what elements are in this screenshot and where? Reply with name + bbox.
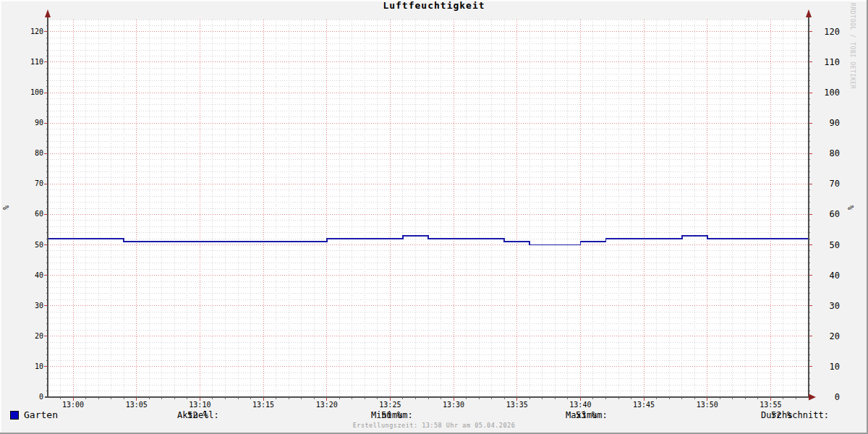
y-tick-label-left: 0 [7, 393, 43, 401]
y-tick-label-right: 90 [811, 118, 840, 128]
y-tick-label-left: 70 [7, 179, 43, 188]
rrdtool-watermark: RRDTOOL / TOBI OETIKER [849, 3, 856, 89]
stat-value: 52 % [771, 410, 792, 420]
x-tick-label: 13:45 [628, 401, 660, 409]
x-tick-label: 13:50 [692, 401, 723, 409]
creation-timestamp: Erstellungszeit: 13:58 Uhr am 05.04.2026 [0, 422, 868, 429]
y-tick-label-left: 30 [7, 302, 43, 310]
x-tick-label: 13:35 [501, 401, 533, 409]
y-tick-label-right: 120 [811, 27, 840, 37]
stat-value: 53 % [576, 410, 597, 420]
y-tick-label-right: 110 [811, 57, 840, 67]
x-tick-label: 13:00 [57, 401, 89, 409]
y-tick-label-left: 90 [7, 119, 43, 127]
stat-value: 50 % [381, 410, 402, 420]
y-tick-label-left: 40 [7, 271, 43, 280]
y-tick-label-left: 110 [7, 58, 43, 67]
y-tick-label-right: 0 [811, 392, 840, 402]
y-tick-label-right: 30 [811, 301, 840, 311]
y-tick-label-left: 100 [7, 88, 43, 97]
y-tick-label-left: 80 [7, 149, 43, 158]
y-tick-label-right: 10 [811, 362, 840, 372]
rrdtool-graph: Luftfeuchtigkeit % % 0102030405060708090… [0, 0, 868, 434]
y-tick-label-left: 120 [7, 27, 43, 36]
y-tick-label-left: 10 [7, 362, 43, 371]
x-tick-label: 13:15 [247, 401, 279, 409]
x-tick-label: 13:30 [438, 401, 469, 409]
y-tick-label-right: 20 [811, 331, 840, 341]
y-tick-label-right: 50 [811, 240, 840, 250]
y-tick-label-left: 20 [7, 332, 43, 341]
x-tick-label: 13:10 [184, 401, 216, 409]
legend-swatch [10, 411, 19, 420]
y-tick-label-right: 60 [811, 209, 840, 219]
y-tick-label-right: 70 [811, 179, 840, 189]
y-tick-label-right: 80 [811, 148, 840, 158]
y-tick-label-right: 100 [811, 88, 840, 98]
x-tick-label: 13:05 [121, 401, 153, 409]
x-tick-label: 13:40 [564, 401, 596, 409]
stat-value: 52 % [187, 410, 208, 420]
y-tick-label-left: 60 [7, 210, 43, 218]
x-tick-label: 13:25 [374, 401, 406, 409]
x-tick-label: 13:55 [754, 401, 786, 409]
y-axis-unit-right: % [847, 193, 856, 222]
y-tick-label-left: 50 [7, 241, 43, 250]
chart-canvas [0, 0, 868, 434]
x-tick-label: 13:20 [311, 401, 343, 409]
legend-series-label: Garten [24, 409, 58, 420]
y-tick-label-right: 40 [811, 271, 840, 281]
